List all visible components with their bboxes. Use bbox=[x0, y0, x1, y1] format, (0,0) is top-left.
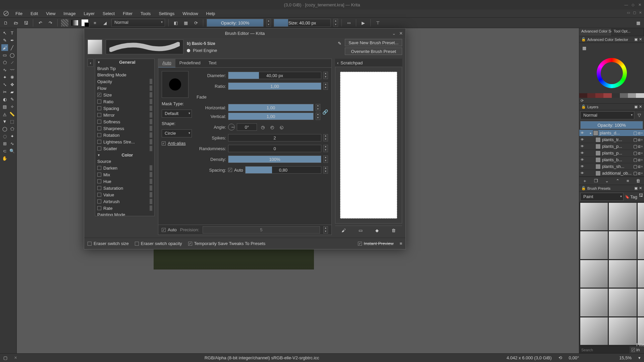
selection-mask-icon[interactable]: ▢ bbox=[3, 355, 7, 360]
tab-auto[interactable]: Auto bbox=[158, 59, 175, 67]
visibility-icon[interactable]: 👁 bbox=[581, 138, 585, 141]
prop-darken[interactable]: Darken bbox=[95, 165, 154, 171]
brush-preset-item[interactable] bbox=[608, 260, 637, 288]
eraser-icon[interactable]: ◧ bbox=[172, 19, 179, 26]
menu-filter[interactable]: Filter bbox=[119, 10, 136, 17]
visibility-icon[interactable]: 👁 bbox=[581, 144, 585, 148]
rename-icon[interactable]: ✎ bbox=[338, 41, 341, 46]
float-icon[interactable]: ▣ bbox=[634, 37, 638, 42]
eraser-switch-opacity-checkbox[interactable]: Eraser switch opacity bbox=[135, 241, 182, 246]
sel-ellipse-tool-icon[interactable]: ◯ bbox=[1, 125, 8, 132]
open-file-icon[interactable]: 🗁 bbox=[12, 19, 19, 26]
brush-preset-item[interactable] bbox=[580, 231, 608, 259]
inherit-icon[interactable]: ▫ bbox=[641, 164, 643, 169]
lock-icon[interactable]: ▢ bbox=[633, 144, 637, 149]
bezier-tool-icon[interactable]: ∿ bbox=[1, 66, 8, 73]
menu-help[interactable]: Help bbox=[203, 10, 219, 17]
brush-preset-item[interactable] bbox=[608, 317, 637, 345]
float-icon[interactable]: ▣ bbox=[634, 105, 638, 109]
prop-softness[interactable]: Softness bbox=[95, 118, 154, 125]
menu-view[interactable]: View bbox=[43, 10, 59, 17]
sel-bezier-tool-icon[interactable]: ∿ bbox=[9, 140, 15, 147]
layer-props-icon[interactable]: ≡ bbox=[627, 178, 629, 183]
alpha-icon[interactable]: α bbox=[638, 137, 641, 142]
shape-combo[interactable]: Circle bbox=[162, 129, 192, 137]
prop-ratio[interactable]: Ratio bbox=[95, 98, 154, 105]
float-icon[interactable]: ▣ bbox=[634, 186, 638, 190]
close-icon[interactable]: ✕ bbox=[399, 31, 403, 36]
lock-icon[interactable]: ▢ bbox=[633, 150, 637, 156]
overwrite-preset-button[interactable]: Overwrite Brush Preset bbox=[345, 48, 402, 55]
rotate-icon[interactable]: ⟲ bbox=[558, 355, 562, 360]
zoom-tool-icon[interactable]: 🔍 bbox=[9, 147, 15, 154]
new-file-icon[interactable]: 🗋 bbox=[2, 19, 9, 26]
mirror-v-icon[interactable]: ▶ bbox=[360, 19, 367, 26]
prop-general[interactable]: ▼General bbox=[95, 59, 154, 65]
multibrush-tool-icon[interactable]: ❋ bbox=[9, 74, 15, 80]
menu-settings[interactable]: Settings bbox=[155, 10, 178, 17]
inherit-icon[interactable]: ▫ bbox=[641, 137, 643, 142]
alpha-icon[interactable]: α bbox=[638, 171, 641, 176]
reload-history-icon[interactable]: ⟳ bbox=[581, 99, 584, 103]
undo-icon[interactable]: ↶ bbox=[37, 19, 44, 26]
brush-preset-item[interactable] bbox=[637, 202, 644, 231]
brush-preset-item[interactable] bbox=[580, 288, 608, 316]
precision-spinner[interactable]: ▴▾ bbox=[323, 226, 328, 234]
move-up-icon[interactable]: ⌃ bbox=[616, 178, 620, 183]
inherit-icon[interactable]: ▫ bbox=[641, 130, 643, 135]
prop-opacity[interactable]: Opacity bbox=[95, 78, 154, 85]
lock-icon[interactable]: ▢ bbox=[633, 137, 637, 142]
randomness-spinner[interactable]: ▴▾ bbox=[323, 145, 328, 152]
scratch-fill-icon[interactable]: ◆ bbox=[375, 228, 379, 233]
lock-icon[interactable]: ▢ bbox=[633, 164, 637, 169]
filter-in-tag[interactable]: Filter in Tag bbox=[630, 346, 644, 353]
lock-icon[interactable]: 🔓 bbox=[581, 186, 586, 190]
size-spinner[interactable]: ▴▾ bbox=[333, 19, 338, 27]
prop-mix[interactable]: Mix bbox=[95, 171, 154, 178]
scratch-clear-icon[interactable]: 🗑 bbox=[391, 228, 396, 233]
angle-preset3-icon[interactable]: ◵ bbox=[278, 123, 285, 131]
crop-tool-icon[interactable]: ✂ bbox=[1, 88, 8, 95]
tab-tool-options[interactable]: Tool Opt... bbox=[612, 28, 644, 36]
workspace-chooser-icon[interactable]: ▦ bbox=[635, 19, 642, 26]
layer-row[interactable]: 👁plants_b...▢α▫ bbox=[579, 157, 644, 163]
randomness-slider[interactable]: 0 bbox=[228, 145, 321, 152]
eraser-switch-size-checkbox[interactable]: Eraser switch size bbox=[88, 241, 129, 246]
angle-value[interactable]: 0° bbox=[237, 123, 257, 131]
collapse-props-button[interactable]: ‹ bbox=[88, 59, 94, 67]
sel-contig-tool-icon[interactable]: ✦ bbox=[9, 133, 15, 139]
brush-preset-item[interactable] bbox=[608, 202, 637, 231]
gradient-tool-icon[interactable]: ◐ bbox=[1, 96, 8, 103]
alpha-icon[interactable]: α bbox=[638, 144, 641, 149]
density-spinner[interactable]: ▴▾ bbox=[323, 156, 328, 163]
spacing-auto-checkbox[interactable]: Auto bbox=[228, 168, 243, 173]
inherit-icon[interactable]: ▫ bbox=[641, 171, 643, 176]
settings-menu-icon[interactable]: ≡ bbox=[399, 241, 402, 246]
filter-layers-icon[interactable]: ▽ bbox=[636, 111, 643, 119]
ref-tool-icon[interactable]: ▼ bbox=[1, 118, 8, 125]
angle-preset1-icon[interactable]: ◷ bbox=[259, 123, 266, 131]
ws-close-icon[interactable]: ✕ bbox=[638, 10, 643, 15]
rect-tool-icon[interactable]: ▭ bbox=[1, 52, 8, 58]
visibility-icon[interactable]: 👁 bbox=[581, 131, 585, 135]
lock-icon[interactable]: 🔓 bbox=[581, 105, 586, 109]
opacity-slider[interactable]: Opacity: 100% bbox=[207, 19, 264, 27]
smart-fill-tool-icon[interactable]: ✧ bbox=[9, 103, 15, 110]
prop-airbrush[interactable]: Airbrush bbox=[95, 198, 154, 205]
delete-layer-icon[interactable]: 🗑 bbox=[636, 178, 640, 183]
prop-rate[interactable]: Rate bbox=[95, 205, 154, 212]
preset-search-input[interactable] bbox=[579, 346, 630, 353]
reload-icon[interactable]: ⟳ bbox=[192, 19, 200, 26]
alpha-icon[interactable]: α bbox=[638, 157, 641, 162]
freehand-path-tool-icon[interactable]: 〰 bbox=[9, 66, 15, 73]
link-fade-icon[interactable]: 🔗 bbox=[322, 109, 328, 115]
fade-h-spinner[interactable]: ▴▾ bbox=[316, 104, 320, 111]
mirror-h-icon[interactable]: ⇿ bbox=[345, 19, 353, 26]
color-picker-tool-icon[interactable]: ✎ bbox=[9, 96, 15, 103]
prop-blending-mode[interactable]: Blending Mode bbox=[95, 72, 154, 78]
transform-tool-icon[interactable]: ⤡ bbox=[1, 81, 8, 88]
polyline-tool-icon[interactable]: ⟋ bbox=[9, 59, 15, 66]
scratchpad-back-icon[interactable]: ‹ bbox=[337, 60, 338, 65]
move-down-icon[interactable]: ⌄ bbox=[605, 178, 609, 183]
brush-preset-item[interactable] bbox=[608, 288, 637, 316]
